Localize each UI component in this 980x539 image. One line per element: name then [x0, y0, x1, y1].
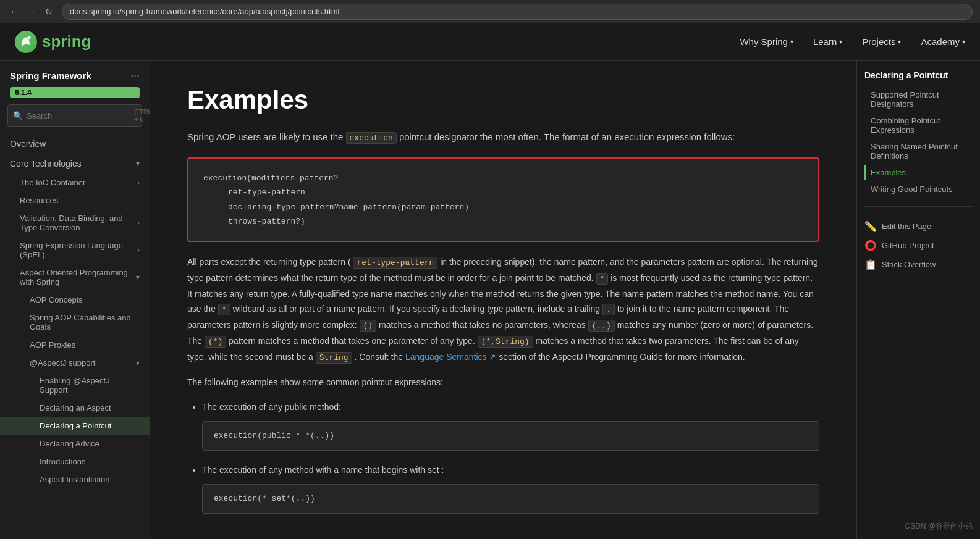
search-icon: 🔍	[13, 111, 23, 120]
spring-logo-icon	[15, 31, 37, 53]
chevron-down-icon: ▾	[790, 38, 793, 45]
examples-list: The execution of any public method: exec…	[187, 400, 819, 514]
chevron-right-icon: ›	[137, 246, 140, 254]
right-panel-divider	[864, 206, 973, 207]
code-block-execution-public: execution(public * *(..))	[202, 421, 819, 451]
inline-code-empty-parens: ()	[360, 320, 377, 332]
top-navigation: spring Why Spring ▾ Learn ▾ Projects ▾ A…	[0, 23, 980, 61]
chevron-down-icon: ▾	[898, 38, 901, 45]
inline-code-star: *	[596, 273, 609, 285]
right-nav-examples[interactable]: Examples	[864, 165, 973, 180]
forward-button[interactable]: →	[25, 5, 38, 19]
right-nav-combining-expressions[interactable]: Combining Pointcut Expressions	[864, 114, 973, 137]
stack-overflow-link[interactable]: 📋 Stack Overflow	[864, 255, 973, 274]
sidebar-item-validation[interactable]: Validation, Data Binding, and Type Conve…	[0, 209, 150, 236]
browser-bar: ← → ↻ docs.spring.io/spring-framework/re…	[0, 0, 980, 23]
logo[interactable]: spring	[15, 31, 91, 53]
sidebar-nav: Overview Core Technologies ▾ The IoC Con…	[0, 134, 150, 539]
edit-page-link[interactable]: ✏️ Edit this Page	[864, 217, 973, 236]
right-panel: Declaring a Pointcut Supported Pointcut …	[856, 61, 980, 539]
sidebar-item-aop-proxies[interactable]: AOP Proxies	[0, 336, 150, 354]
sidebar-item-declaring-pointcut[interactable]: Declaring a Pointcut	[0, 417, 150, 435]
sidebar-item-introductions[interactable]: Introductions	[0, 453, 150, 470]
chevron-down-icon: ▾	[839, 38, 842, 45]
inline-code-star-string: (*,String)	[478, 336, 533, 348]
body-paragraph-1: All parts except the returning type patt…	[187, 254, 819, 365]
nav-links: Why Spring ▾ Learn ▾ Projects ▾ Academy …	[740, 36, 965, 47]
body-paragraph-2: The following examples show some common …	[187, 375, 819, 390]
sidebar-item-aop-capabilities[interactable]: Spring AOP Capabilities and Goals	[0, 309, 150, 336]
page-layout: Spring Framework ··· 6.1.4 🔍 CTRL + k Ov…	[0, 61, 980, 539]
sidebar-item-aspectj-support[interactable]: @AspectJ support ▾	[0, 354, 150, 372]
projects-link[interactable]: Projects ▾	[862, 36, 901, 47]
sidebar-item-declaring-aspect[interactable]: Declaring an Aspect	[0, 399, 150, 417]
inline-code-string: String	[316, 352, 352, 364]
sidebar-item-aop[interactable]: Aspect Oriented Programming with Spring …	[0, 264, 150, 291]
sidebar-item-resources[interactable]: Resources	[0, 191, 150, 209]
sidebar-header: Spring Framework ···	[0, 61, 150, 87]
why-spring-link[interactable]: Why Spring ▾	[740, 36, 793, 47]
code-block-execution-set: execution(* set*(..))	[202, 484, 819, 514]
sidebar-item-spel[interactable]: Spring Expression Language (SpEL) ›	[0, 236, 150, 264]
sidebar: Spring Framework ··· 6.1.4 🔍 CTRL + k Ov…	[0, 61, 150, 539]
intro-paragraph: Spring AOP users are likely to use the e…	[187, 130, 819, 145]
execution-pattern-code-block: execution(modifiers-pattern? ret-type-pa…	[187, 157, 819, 243]
main-content: Examples Spring AOP users are likely to …	[150, 61, 856, 539]
watermark: CSDN @谷哥的小弟	[905, 521, 973, 532]
inline-code-dotdot: (..)	[588, 320, 615, 332]
chevron-down-icon: ▾	[136, 273, 140, 282]
chevron-right-icon: ›	[137, 178, 140, 187]
sidebar-item-aop-concepts[interactable]: AOP Concepts	[0, 291, 150, 309]
right-panel-title: Declaring a Pointcut	[864, 70, 973, 80]
list-item-2: The execution of any method with a name …	[202, 463, 819, 514]
chevron-down-icon: ▾	[136, 359, 140, 367]
chevron-right-icon: ›	[137, 219, 140, 227]
search-shortcut: CTRL + k	[134, 108, 150, 123]
edit-icon: ✏️	[864, 220, 877, 232]
inline-code-execution: execution	[346, 132, 397, 144]
page-heading: Examples	[187, 85, 819, 115]
inline-code-star2: *	[218, 304, 230, 315]
browser-nav-buttons: ← → ↻	[7, 5, 56, 19]
reload-button[interactable]: ↻	[42, 5, 56, 19]
address-bar[interactable]: docs.spring.io/spring-framework/referenc…	[62, 4, 973, 20]
inline-code-dot: .	[602, 304, 615, 315]
learn-link[interactable]: Learn ▾	[813, 36, 842, 47]
sidebar-title: Spring Framework	[10, 70, 91, 81]
url-text: docs.spring.io/spring-framework/referenc…	[70, 7, 339, 16]
right-nav-sharing-named[interactable]: Sharing Named Pointcut Definitions	[864, 140, 973, 163]
sidebar-item-core-technologies[interactable]: Core Technologies ▾	[0, 154, 150, 173]
right-nav-writing-good[interactable]: Writing Good Pointcuts	[864, 182, 973, 196]
search-bar[interactable]: 🔍 CTRL + k	[7, 104, 142, 127]
chevron-down-icon: ▾	[136, 159, 140, 168]
svg-point-0	[28, 36, 31, 39]
logo-text: spring	[42, 32, 91, 51]
sidebar-item-aspect-instantiation[interactable]: Aspect Instantiation	[0, 470, 150, 488]
academy-link[interactable]: Academy ▾	[921, 36, 965, 47]
sidebar-item-ioc-container[interactable]: The IoC Container ›	[0, 173, 150, 191]
inline-code-star-parens: (*)	[205, 336, 226, 348]
stackoverflow-icon: 📋	[864, 259, 877, 270]
sidebar-item-overview[interactable]: Overview	[0, 134, 150, 154]
chevron-down-icon: ▾	[962, 38, 965, 45]
sidebar-menu-button[interactable]: ···	[130, 69, 140, 82]
sidebar-item-declaring-advice[interactable]: Declaring Advice	[0, 435, 150, 453]
list-item-1: The execution of any public method: exec…	[202, 400, 819, 451]
right-nav-supported-designators[interactable]: Supported Pointcut Designators	[864, 88, 973, 111]
back-button[interactable]: ←	[7, 5, 21, 19]
version-badge: 6.1.4	[10, 87, 140, 98]
sidebar-item-enabling-aspectj[interactable]: Enabling @AspectJ Support	[0, 372, 150, 399]
search-input[interactable]	[27, 111, 130, 120]
github-icon: ⭕	[864, 240, 877, 251]
language-semantics-link[interactable]: Language Semantics ↗	[405, 352, 496, 362]
inline-code-ret-type: ret-type-pattern	[353, 257, 437, 269]
github-project-link[interactable]: ⭕ GitHub Project	[864, 236, 973, 255]
